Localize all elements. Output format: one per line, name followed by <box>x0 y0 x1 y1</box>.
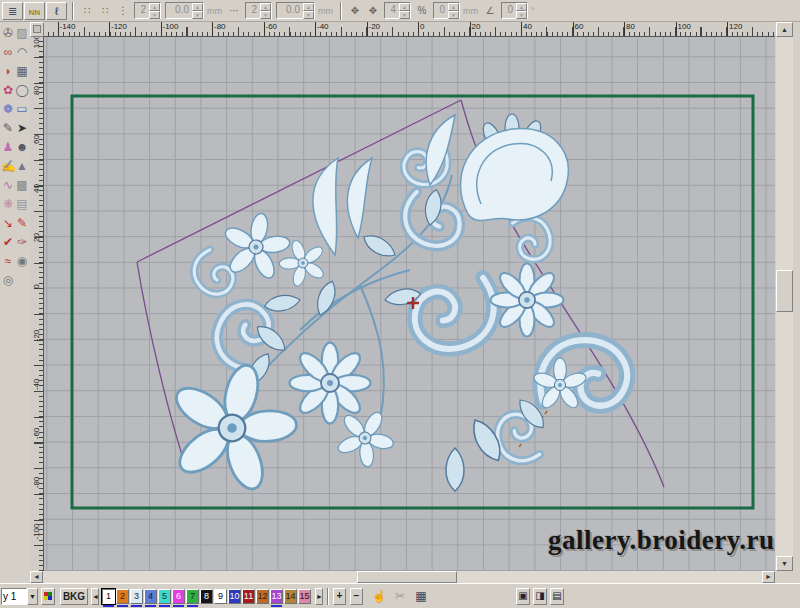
background-color-button[interactable]: BKG <box>60 588 88 605</box>
vertical-scrollbar[interactable]: ▲ ▼ <box>776 22 793 571</box>
ruler-left-label: 80 <box>32 82 41 100</box>
red-pencil-tool-icon[interactable]: ✎ <box>15 214 29 233</box>
thread-color-10[interactable]: 10 <box>228 589 241 604</box>
ruler-left-label: 40 <box>32 180 41 198</box>
thread-color-15[interactable]: 15 <box>298 589 311 604</box>
dot-pencil-tool-icon[interactable]: ✑ <box>15 233 29 252</box>
view-icon-3: ▤ <box>552 590 561 601</box>
move-icon-2[interactable]: ✥ <box>365 5 381 16</box>
rect-tool-icon[interactable]: ▭ <box>15 100 29 119</box>
thread-color-4[interactable]: 4 <box>144 589 157 604</box>
petal-tool-icon[interactable]: ❁ <box>1 100 15 119</box>
palette-scroll-left-button[interactable]: ◄ <box>91 588 99 605</box>
image-tool-icon[interactable]: ▦ <box>15 62 29 81</box>
check-tool-icon[interactable]: ✔ <box>1 233 15 252</box>
flower-tool-icon[interactable]: ✿ <box>1 81 15 100</box>
thread-color-8[interactable]: 8 <box>200 589 213 604</box>
thread-color-11[interactable]: 11 <box>242 589 255 604</box>
ellipsis-icon[interactable]: ⋯ <box>226 5 242 16</box>
people-tool-icon[interactable]: ☻ <box>15 138 29 157</box>
param-field-4[interactable]: 0.0▲▼ <box>276 2 315 19</box>
thread-color-7[interactable]: 7 <box>186 589 199 604</box>
thread-color-12[interactable]: 12 <box>256 589 269 604</box>
stitch-marks-tool-button[interactable]: ≣ <box>2 2 23 20</box>
spinner-arrows[interactable]: ▲▼ <box>303 3 314 18</box>
ruler-left-label: 60 <box>32 131 41 149</box>
thread-color-9[interactable]: 9 <box>214 589 227 604</box>
angle-icon: ∠ <box>482 5 498 16</box>
param-field-3[interactable]: 2▲▼ <box>245 2 272 19</box>
used-color-underline <box>271 605 282 607</box>
design-colors-button[interactable] <box>41 588 55 605</box>
thread-color-1[interactable]: 1 <box>102 589 115 604</box>
ruler-left-label: 0 <box>32 278 41 296</box>
ellipse-tool-icon[interactable]: ◯ <box>15 81 29 100</box>
scroll-left-button[interactable]: ◄ <box>30 571 43 583</box>
spinner-arrows[interactable]: ▲▼ <box>149 3 160 18</box>
ring-tool-icon[interactable]: ◎ <box>1 271 15 290</box>
ruler-left-label: 20 <box>32 229 41 247</box>
palette-scroll-right-button[interactable]: ► <box>315 588 323 605</box>
design-canvas[interactable]: gallery.broidery.ru <box>44 37 775 571</box>
spray-tool-icon[interactable]: ❋ <box>1 195 15 214</box>
density-icon: NN <box>29 8 41 17</box>
vertical-dots-icon[interactable]: ⋮ <box>115 5 131 16</box>
figure-tool-icon[interactable]: ♟ <box>1 138 15 157</box>
design-selector-dropdown-icon[interactable]: ▼ <box>27 588 38 605</box>
pencil-tool-icon[interactable]: ✎ <box>1 119 15 138</box>
param-field-5[interactable]: 4▲▼ <box>384 2 411 19</box>
param-field-1[interactable]: 2▲▼ <box>134 2 161 19</box>
param-field-7[interactable]: 0▲▼ <box>501 2 528 19</box>
scroll-down-button[interactable]: ▼ <box>776 556 793 571</box>
horizontal-scroll-thumb[interactable] <box>357 571 457 583</box>
spinner-arrows[interactable]: ▲▼ <box>260 3 271 18</box>
spinner-arrows[interactable]: ▲▼ <box>399 3 410 18</box>
hatch-tool-icon[interactable]: ▨ <box>15 24 29 43</box>
pattern-tool-icon[interactable]: ▩ <box>15 176 29 195</box>
scroll-right-button[interactable]: ► <box>762 571 775 583</box>
param-field-6[interactable]: 0▲▼ <box>433 2 460 19</box>
param-field-2[interactable]: 0.0▲▼ <box>165 2 204 19</box>
horizontal-scrollbar[interactable]: ◄ ► <box>30 571 775 583</box>
length-curve-tool-button[interactable]: ℓ <box>46 2 67 20</box>
scribble-tool-icon[interactable]: ≈ <box>1 252 15 271</box>
hand-pointer-icon[interactable]: ☝ <box>368 588 390 605</box>
spinner-arrows[interactable]: ▲▼ <box>192 3 203 18</box>
thread-color-14[interactable]: 14 <box>284 589 297 604</box>
mountain-tool-icon[interactable]: ▲ <box>15 157 29 176</box>
remove-color-button[interactable]: − <box>350 588 363 605</box>
curve-tool-icon[interactable]: ◠ <box>15 43 29 62</box>
scroll-up-button[interactable]: ▲ <box>776 22 793 37</box>
thread-color-3[interactable]: 3 <box>130 589 143 604</box>
hand-draw-tool-icon[interactable]: ✍ <box>1 157 15 176</box>
ruler-left-label: -40 <box>32 376 41 394</box>
spinner-arrows[interactable]: ▲▼ <box>516 3 527 18</box>
lasso-tool-icon[interactable]: ✇ <box>1 24 15 43</box>
design-selector[interactable]: y 1 <box>1 588 27 605</box>
view-button-2[interactable]: ◨ <box>533 588 547 605</box>
thread-color-palette: 123456789101112131415 <box>102 589 312 604</box>
view-button-1[interactable]: ▣ <box>516 588 530 605</box>
grid-move-icon[interactable]: ▦ <box>410 588 432 605</box>
spinner-arrows[interactable]: ▲▼ <box>448 3 459 18</box>
texture-tool-icon[interactable]: ▤ <box>15 195 29 214</box>
move-icon-1[interactable]: ✥ <box>347 5 363 16</box>
rings-tool-icon[interactable]: ◉ <box>15 252 29 271</box>
density-tool-button[interactable]: NN <box>24 2 45 20</box>
embroidery-design <box>44 37 775 571</box>
red-arrow-tool-icon[interactable]: ↘ <box>1 214 15 233</box>
thread-color-13[interactable]: 13 <box>270 589 283 604</box>
swirl-tool-icon[interactable]: ∿ <box>1 176 15 195</box>
thread-color-6[interactable]: 6 <box>172 589 185 604</box>
thread-color-5[interactable]: 5 <box>158 589 171 604</box>
vertical-scroll-thumb[interactable] <box>776 270 793 312</box>
bottom-palette-bar: y 1 ▼ BKG ◄ 123456789101112131415 ► + − … <box>0 583 800 608</box>
thread-loop-tool-icon[interactable]: ∞ <box>1 43 15 62</box>
bird-tool-icon[interactable]: ➤ <box>15 119 29 138</box>
bean-stitch-tool-icon[interactable]: ◗ <box>1 62 15 81</box>
align-dots-icon[interactable]: ∷ <box>79 5 95 16</box>
thread-color-2[interactable]: 2 <box>116 589 129 604</box>
add-color-button[interactable]: + <box>333 588 346 605</box>
align-dots-icon-2[interactable]: ∷ <box>97 5 113 16</box>
view-button-3[interactable]: ▤ <box>550 588 564 605</box>
